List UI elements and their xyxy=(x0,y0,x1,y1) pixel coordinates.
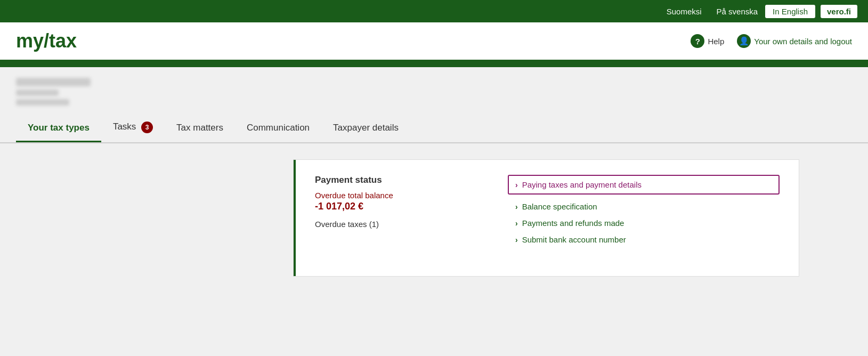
lang-suomeksi[interactable]: Suomeksi xyxy=(659,5,709,18)
tab-taxpayer-details[interactable]: Taxpayer details xyxy=(321,115,410,142)
chevron-icon-paying-taxes: › xyxy=(515,181,518,189)
help-button[interactable]: ? Help xyxy=(691,34,724,48)
link-payments-label: Payments and refunds made xyxy=(522,219,624,228)
nav-tabs-section: Your tax types Tasks 3 Tax matters Commu… xyxy=(0,114,868,143)
logo-my: my xyxy=(16,30,44,52)
link-submit-bank[interactable]: › Submit bank account number xyxy=(515,235,780,244)
link-balance-specification[interactable]: › Balance specification xyxy=(515,202,780,211)
tab-tax-matters-label: Tax matters xyxy=(176,123,223,133)
green-divider xyxy=(0,62,868,67)
nav-tabs: Your tax types Tasks 3 Tax matters Commu… xyxy=(16,114,852,142)
tab-communication[interactable]: Communication xyxy=(235,115,321,142)
header-actions: ? Help 👤 Your own details and logout xyxy=(691,34,852,48)
tasks-badge: 3 xyxy=(141,122,153,133)
user-label: Your own details and logout xyxy=(754,37,852,46)
logo[interactable]: my/tax xyxy=(16,30,77,52)
tab-communication-label: Communication xyxy=(247,123,310,133)
header: my/tax ? Help 👤 Your own details and log… xyxy=(0,22,868,62)
user-extra-blurred xyxy=(16,99,69,106)
link-payments-refunds[interactable]: › Payments and refunds made xyxy=(515,219,780,228)
user-details-button[interactable]: 👤 Your own details and logout xyxy=(737,34,852,48)
lang-english[interactable]: In English xyxy=(765,5,815,18)
payment-status-links: › Paying taxes and payment details › Bal… xyxy=(496,160,799,276)
chevron-icon-payments: › xyxy=(515,219,518,228)
overdue-label: Overdue total balance xyxy=(315,191,477,200)
tab-taxpayer-details-label: Taxpayer details xyxy=(333,123,399,133)
overdue-taxes: Overdue taxes (1) xyxy=(315,220,477,229)
logo-tax: tax xyxy=(49,30,77,52)
tab-tasks[interactable]: Tasks 3 xyxy=(101,114,165,142)
overdue-amount: -1 017,02 € xyxy=(315,201,477,212)
user-icon: 👤 xyxy=(737,34,751,48)
chevron-icon-bank: › xyxy=(515,236,518,244)
tab-tasks-label: Tasks xyxy=(113,122,136,132)
help-label: Help xyxy=(708,37,724,46)
lang-svenska[interactable]: På svenska xyxy=(709,5,766,18)
user-info-section xyxy=(0,67,868,114)
link-paying-taxes[interactable]: › Paying taxes and payment details xyxy=(508,175,780,195)
payment-status-title: Payment status xyxy=(315,175,477,185)
tab-your-tax-types-label: Your tax types xyxy=(28,123,90,133)
link-balance-label: Balance specification xyxy=(522,202,597,211)
vero-fi-link[interactable]: vero.fi xyxy=(821,5,857,18)
payment-status-left: Payment status Overdue total balance -1 … xyxy=(294,160,496,276)
payment-status-card: Payment status Overdue total balance -1 … xyxy=(293,159,799,277)
chevron-icon-balance: › xyxy=(515,203,518,211)
logo-slash: / xyxy=(44,30,49,52)
link-submit-bank-label: Submit bank account number xyxy=(522,235,626,244)
main-content: Payment status Overdue total balance -1 … xyxy=(0,143,868,356)
link-paying-taxes-label: Paying taxes and payment details xyxy=(522,180,642,189)
tab-your-tax-types[interactable]: Your tax types xyxy=(16,115,101,142)
help-icon: ? xyxy=(691,34,704,48)
user-id-blurred xyxy=(16,90,59,96)
user-name-blurred xyxy=(16,78,91,86)
language-bar: Suomeksi På svenska In English vero.fi xyxy=(0,0,868,22)
tab-tax-matters[interactable]: Tax matters xyxy=(165,115,235,142)
